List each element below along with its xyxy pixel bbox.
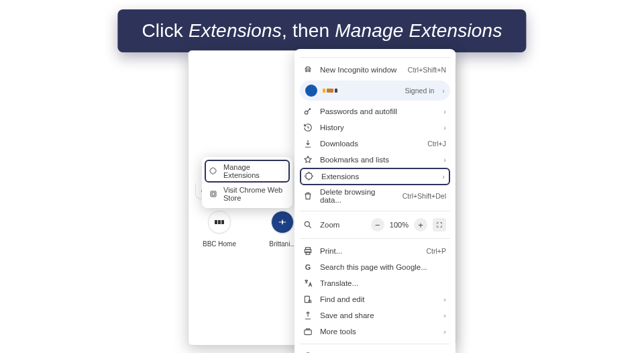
svg-rect-1 (218, 220, 221, 224)
extensions-submenu: Manage Extensions Visit Chrome Web Store (202, 157, 292, 208)
find-icon (303, 294, 313, 305)
screenshot-container: BBC Home Brittani... Manage Extensions (188, 50, 456, 346)
avatar (305, 85, 317, 97)
menu-label: Bookmarks and lists (320, 156, 438, 164)
puzzle-icon (304, 171, 315, 182)
menu-shortcut: Ctrl+J (427, 140, 446, 148)
chevron-right-icon: › (442, 87, 445, 95)
banner-em-1: Extensions (189, 20, 282, 41)
instruction-banner: Click Extensions, then Manage Extensions (117, 9, 526, 52)
svg-point-6 (305, 111, 308, 114)
banner-text-1: Click (142, 20, 189, 41)
divider (300, 57, 450, 58)
submenu-label: Manage Extensions (223, 163, 286, 179)
zoom-label: Zoom (320, 221, 339, 229)
svg-rect-5 (212, 193, 215, 195)
print-icon (303, 246, 313, 256)
menu-label: Passwords and autofill (320, 107, 438, 115)
puzzle-icon (209, 166, 218, 176)
profile-status: Signed in (405, 87, 435, 95)
menu-translate[interactable]: Translate... (297, 275, 453, 291)
download-icon (303, 138, 313, 149)
key-icon (303, 106, 313, 117)
menu-label: Delete browsing data... (320, 188, 397, 204)
menu-extensions[interactable]: Extensions › (300, 168, 450, 185)
zoom-value: 100% (390, 221, 409, 229)
zoom-out-button[interactable]: − (371, 218, 384, 232)
translate-icon (303, 278, 313, 289)
menu-profile-row[interactable]: Signed in › (300, 81, 450, 101)
chevron-right-icon: › (443, 295, 446, 303)
menu-label: Search this page with Google... (320, 263, 446, 271)
brit-favicon (271, 211, 294, 234)
chevron-right-icon: › (443, 156, 446, 164)
menu-label: Save and share (320, 311, 438, 319)
star-icon (303, 154, 313, 165)
menu-shortcut: Ctrl+Shift+N (408, 66, 446, 74)
profile-name-redacted (323, 89, 405, 93)
toolbox-icon (303, 326, 313, 337)
menu-label: Print... (320, 247, 421, 255)
chrome-main-menu: New Incognito window Ctrl+Shift+N Signed… (294, 49, 455, 353)
chevron-right-icon: › (442, 172, 445, 181)
menu-shortcut: Ctrl+Shift+Del (402, 192, 446, 200)
menu-new-incognito[interactable]: New Incognito window Ctrl+Shift+N (297, 62, 453, 78)
banner-em-2: Manage Extensions (335, 20, 502, 41)
menu-search-page[interactable]: G Search this page with Google... (297, 259, 453, 275)
fullscreen-button[interactable] (433, 218, 446, 232)
menu-shortcut: Ctrl+P (427, 247, 446, 255)
svg-rect-0 (215, 220, 217, 224)
menu-label: Translate... (320, 279, 446, 287)
menu-label: Find and edit (320, 295, 438, 303)
menu-bookmarks[interactable]: Bookmarks and lists › (297, 152, 453, 168)
chevron-right-icon: › (443, 123, 446, 132)
magnify-icon (303, 219, 313, 230)
menu-zoom-row: Zoom − 100% + (297, 215, 453, 234)
menu-downloads[interactable]: Downloads Ctrl+J (297, 136, 453, 152)
menu-label: Downloads (320, 140, 422, 148)
menu-label: Extensions (321, 172, 437, 181)
menu-more-tools[interactable]: More tools › (297, 323, 453, 340)
share-icon (303, 310, 313, 321)
svg-rect-4 (211, 191, 216, 197)
banner-text-2: , then (282, 20, 335, 41)
submenu-label: Visit Chrome Web Store (223, 186, 286, 202)
menu-label: New Incognito window (320, 66, 402, 74)
zoom-in-button[interactable]: + (414, 218, 427, 232)
trash-icon (303, 191, 313, 201)
menu-help[interactable]: Help › (297, 348, 453, 353)
chevron-right-icon: › (443, 311, 446, 319)
menu-passwords[interactable]: Passwords and autofill › (297, 103, 453, 119)
menu-label: More tools (320, 327, 438, 336)
chevron-right-icon: › (443, 327, 446, 336)
history-icon (303, 122, 313, 133)
submenu-visit-webstore[interactable]: Visit Chrome Web Store (205, 183, 290, 205)
ntp-shortcuts: BBC Home Brittani... (199, 211, 303, 248)
menu-print[interactable]: Print... Ctrl+P (297, 243, 453, 259)
divider (300, 344, 450, 344)
menu-delete-data[interactable]: Delete browsing data... Ctrl+Shift+Del (297, 185, 453, 207)
submenu-manage-extensions[interactable]: Manage Extensions (205, 160, 290, 183)
divider (300, 211, 450, 211)
menu-history[interactable]: History › (297, 119, 453, 136)
svg-point-7 (305, 221, 309, 226)
ntp-label: BBC Home (203, 240, 236, 248)
svg-rect-13 (305, 330, 312, 335)
menu-find-edit[interactable]: Find and edit › (297, 291, 453, 307)
divider (300, 238, 450, 239)
ntp-label: Brittani... (269, 240, 295, 248)
storefront-icon (209, 189, 218, 199)
ntp-tile-bbc[interactable]: BBC Home (199, 211, 240, 248)
svg-rect-2 (221, 220, 224, 224)
menu-label: History (320, 123, 438, 132)
bbc-favicon (208, 211, 231, 234)
menu-save-share[interactable]: Save and share › (297, 307, 453, 323)
incognito-icon (303, 64, 313, 75)
google-icon: G (303, 262, 313, 272)
chevron-right-icon: › (443, 107, 446, 115)
